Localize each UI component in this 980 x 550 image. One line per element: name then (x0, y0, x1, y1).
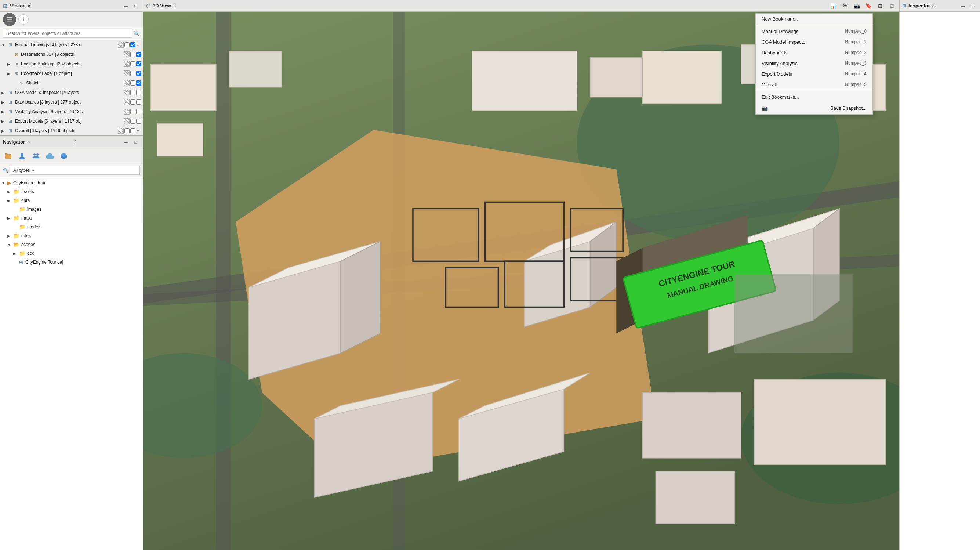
filter-dropdown[interactable]: All types ▼ (10, 166, 140, 175)
camera-icon[interactable]: 📷 (852, 2, 861, 10)
bookmark-icon[interactable]: 🔖 (864, 2, 873, 10)
navigator-maximize-btn[interactable]: □ (131, 139, 140, 145)
select-checkbox[interactable] (136, 52, 141, 57)
layer-name: Sketch (26, 80, 123, 86)
menu-item-dashboards[interactable]: Dashboards Numpad_2 (756, 47, 872, 58)
select-checkbox[interactable] (136, 119, 141, 124)
select-checkbox[interactable] (136, 90, 141, 95)
tree-item[interactable]: 📁 images (0, 205, 143, 214)
scene-maximize-btn[interactable]: □ (131, 3, 140, 9)
tree-item[interactable]: ▶ 📁 doc (0, 249, 143, 258)
visibility-checkbox[interactable] (130, 90, 135, 95)
menu-item-edit-bookmarks[interactable]: Edit Bookmarks... (756, 92, 872, 102)
layer-item: ⊞ Destinations 61+ [0 objects] (0, 49, 143, 59)
visibility-checkbox[interactable] (130, 71, 135, 76)
menu-item-label: New Bookmark... (762, 16, 798, 22)
expand-arrow[interactable]: ▶ (2, 110, 6, 114)
select-checkbox[interactable] (136, 80, 141, 86)
menu-item-new-bookmark[interactable]: New Bookmark... (756, 14, 872, 24)
arcgis-button[interactable] (58, 150, 70, 162)
menu-item-overall[interactable]: Overall Numpad_5 (756, 79, 872, 90)
layers-button[interactable] (3, 13, 16, 26)
menu-item-manual-drawings[interactable]: Manual Drawings Numpad_0 (756, 26, 872, 37)
tree-item-label: assets (21, 189, 141, 194)
search-small-icon: 🔍 (3, 168, 8, 173)
visibility-checkbox[interactable] (130, 119, 135, 124)
open-folder-button[interactable] (2, 150, 14, 162)
select-checkbox[interactable] (136, 71, 141, 76)
tree-item[interactable]: 📁 models (0, 223, 143, 231)
layer-item: ▶ ⊞ Existing Buildings [237 objects] (0, 59, 143, 69)
visibility-checkbox[interactable] (124, 128, 130, 133)
folder-icon: 📁 (19, 224, 25, 230)
scroll-down-arrow[interactable]: ▼ (136, 129, 141, 133)
tree-item[interactable]: ▶ 📁 assets (0, 187, 143, 196)
select-checkbox[interactable] (130, 42, 135, 47)
svg-rect-22 (754, 379, 886, 464)
inspector-minimize-btn[interactable]: — (958, 3, 968, 9)
tree-item[interactable]: ▼ ▶ CityEngine_Tour (0, 179, 143, 187)
search-icon[interactable]: 🔍 (134, 30, 140, 36)
select-checkbox[interactable] (130, 128, 135, 133)
navigator-options-icon[interactable]: ⋮ (73, 139, 78, 145)
menu-item-export-models[interactable]: Export Models Numpad_4 (756, 69, 872, 79)
select-checkbox[interactable] (136, 109, 141, 114)
visibility-checkbox[interactable] (124, 42, 130, 47)
select-checkbox[interactable] (136, 61, 141, 67)
3d-view-icon: ⬡ (146, 3, 151, 9)
tree-item[interactable]: ▼ 📂 scenes (0, 240, 143, 249)
filter-dropdown-arrow: ▼ (31, 169, 35, 172)
visibility-checkbox[interactable] (130, 61, 135, 67)
scene-win-buttons: — □ (121, 3, 140, 9)
scroll-arrow[interactable]: ▲ (136, 43, 141, 47)
select-checkbox[interactable] (136, 99, 141, 105)
svg-rect-9 (216, 12, 231, 550)
expand-arrow[interactable]: ▶ (7, 62, 13, 66)
add-layer-button[interactable]: + (18, 14, 29, 25)
tree-item[interactable]: ⊞ CityEngine Tour.cej (0, 258, 143, 266)
scene-minimize-btn[interactable]: — (121, 3, 130, 9)
scene-tab-close[interactable]: × (27, 3, 30, 8)
menu-item-cga-inspector[interactable]: CGA Model Inspector Numpad_1 (756, 37, 872, 47)
search-input[interactable] (3, 29, 132, 38)
bar-chart-icon[interactable]: 📊 (829, 2, 838, 10)
menu-item-visibility-analysis[interactable]: Visibility Analysis Numpad_3 (756, 58, 872, 69)
restore-icon[interactable]: ⊡ (876, 2, 885, 10)
maximize-icon[interactable]: □ (888, 2, 896, 10)
inspector-close[interactable]: × (932, 3, 935, 8)
hash-checkbox (124, 99, 130, 105)
navigator-tab-close[interactable]: × (27, 139, 30, 145)
navigator-toolbar (0, 148, 143, 164)
visibility-checkbox[interactable] (130, 80, 135, 86)
layer-name: Export Models [6 layers | 1117 obj (15, 119, 123, 124)
svg-rect-23 (656, 471, 735, 524)
expand-arrow[interactable]: ▶ (7, 72, 13, 76)
cloud-button[interactable] (44, 150, 56, 162)
layer-icon: ⊞ (13, 70, 19, 77)
inspector-maximize-btn[interactable]: □ (969, 3, 977, 9)
tree-item[interactable]: ▶ 📁 data (0, 196, 143, 205)
tree-item-label: CityEngine Tour.cej (25, 260, 141, 265)
navigator-minimize-btn[interactable]: — (121, 139, 130, 145)
expand-arrow[interactable]: ▶ (2, 91, 6, 95)
expand-arrow[interactable]: ▼ (2, 43, 6, 47)
svg-rect-0 (6, 17, 13, 18)
expand-arrow[interactable]: ▶ (2, 120, 6, 123)
expand-arrow[interactable]: ▶ (2, 100, 6, 104)
hash-checkbox (124, 70, 130, 77)
tree-item[interactable]: ▶ 📁 rules (0, 231, 143, 240)
expand-arrow[interactable]: ▶ (2, 129, 6, 133)
tree-item[interactable]: ▶ 📁 maps (0, 214, 143, 223)
snapshot-camera-icon: 📷 (762, 105, 768, 112)
menu-item-save-snapshot[interactable]: 📷 Save Snapshot... (756, 102, 872, 114)
visibility-checkbox[interactable] (130, 99, 135, 105)
visibility-checkbox[interactable] (130, 109, 135, 114)
layers-icon (6, 16, 13, 23)
layer-icon: ⊞ (13, 51, 19, 57)
user-button[interactable] (16, 150, 28, 162)
3d-view-close[interactable]: × (173, 3, 176, 8)
visibility-checkbox[interactable] (130, 52, 135, 57)
svg-marker-28 (340, 242, 380, 353)
eye-icon[interactable]: 👁 (840, 2, 850, 10)
group-button[interactable] (30, 150, 42, 162)
